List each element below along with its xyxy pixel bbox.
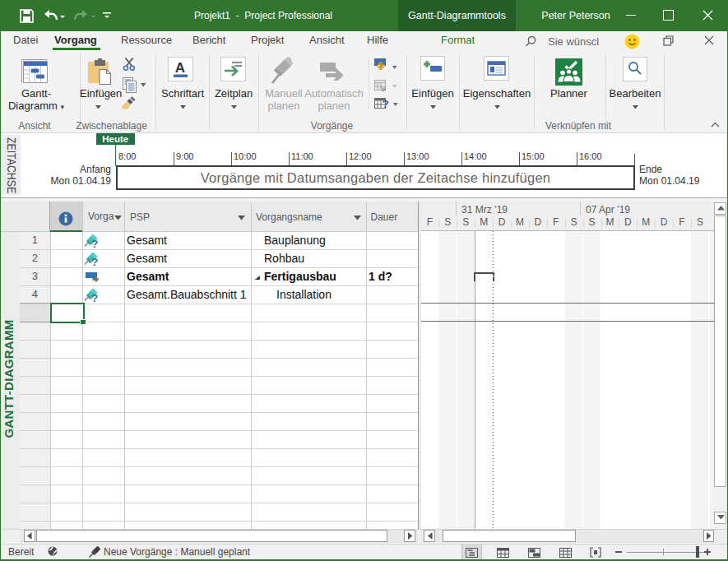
svg-text:A: A [175,60,185,76]
svg-text:?: ? [378,62,383,70]
